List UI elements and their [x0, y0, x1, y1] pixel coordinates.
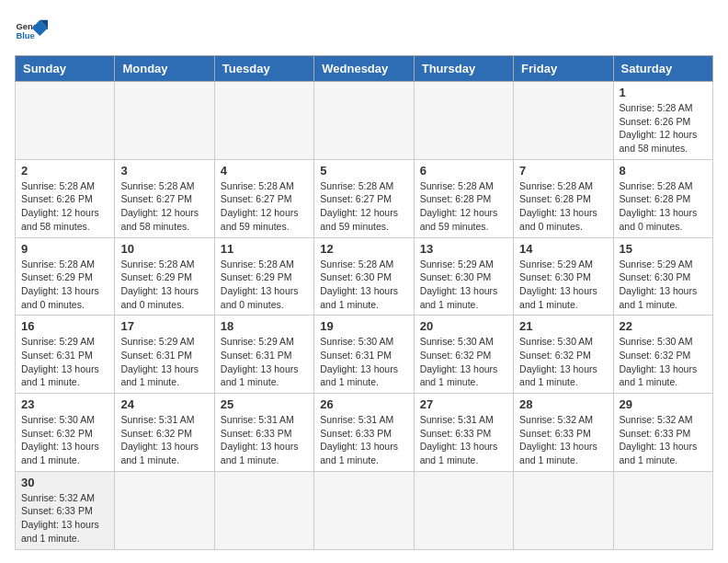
day-info: Sunrise: 5:30 AMSunset: 6:32 PMDaylight:…: [519, 335, 607, 389]
day-info: Sunrise: 5:30 AMSunset: 6:32 PMDaylight:…: [420, 335, 507, 389]
day-number: 1: [620, 86, 707, 99]
calendar-day-cell: [214, 82, 313, 160]
calendar-day-cell: [414, 82, 513, 160]
day-number: 14: [519, 242, 607, 256]
day-of-week-header: Tuesday: [214, 56, 313, 82]
day-number: 5: [320, 164, 407, 178]
day-info: Sunrise: 5:29 AMSunset: 6:31 PMDaylight:…: [21, 335, 108, 389]
day-info: Sunrise: 5:32 AMSunset: 6:33 PMDaylight:…: [519, 413, 607, 467]
calendar-day-cell: 16Sunrise: 5:29 AMSunset: 6:31 PMDayligh…: [16, 316, 115, 394]
calendar-day-cell: 30Sunrise: 5:32 AMSunset: 6:33 PMDayligh…: [16, 471, 115, 549]
calendar-day-cell: 27Sunrise: 5:31 AMSunset: 6:33 PMDayligh…: [414, 394, 513, 472]
day-info: Sunrise: 5:28 AMSunset: 6:26 PMDaylight:…: [620, 101, 707, 155]
day-number: 20: [420, 319, 507, 333]
calendar-header-row: SundayMondayTuesdayWednesdayThursdayFrid…: [16, 56, 713, 82]
day-number: 10: [120, 242, 208, 256]
day-number: 2: [21, 164, 108, 178]
calendar-day-cell: [514, 471, 613, 549]
day-number: 16: [21, 319, 108, 333]
calendar-day-cell: 17Sunrise: 5:29 AMSunset: 6:31 PMDayligh…: [115, 316, 214, 394]
calendar-day-cell: 13Sunrise: 5:29 AMSunset: 6:30 PMDayligh…: [414, 237, 513, 316]
calendar-day-cell: 25Sunrise: 5:31 AMSunset: 6:33 PMDayligh…: [214, 394, 313, 472]
day-number: 17: [120, 319, 208, 333]
day-info: Sunrise: 5:28 AMSunset: 6:26 PMDaylight:…: [21, 179, 108, 234]
day-of-week-header: Thursday: [414, 56, 513, 82]
calendar-day-cell: 15Sunrise: 5:29 AMSunset: 6:30 PMDayligh…: [613, 237, 712, 316]
day-number: 3: [120, 164, 208, 178]
calendar-day-cell: 19Sunrise: 5:30 AMSunset: 6:31 PMDayligh…: [314, 316, 414, 394]
calendar-week-row: 23Sunrise: 5:30 AMSunset: 6:32 PMDayligh…: [16, 394, 713, 472]
day-info: Sunrise: 5:28 AMSunset: 6:27 PMDaylight:…: [221, 179, 308, 234]
calendar-day-cell: 29Sunrise: 5:32 AMSunset: 6:33 PMDayligh…: [613, 394, 712, 472]
calendar-day-cell: 22Sunrise: 5:30 AMSunset: 6:32 PMDayligh…: [613, 316, 712, 394]
calendar-day-cell: 18Sunrise: 5:29 AMSunset: 6:31 PMDayligh…: [214, 316, 313, 394]
day-info: Sunrise: 5:28 AMSunset: 6:28 PMDaylight:…: [519, 179, 607, 234]
day-info: Sunrise: 5:28 AMSunset: 6:29 PMDaylight:…: [21, 258, 108, 312]
calendar-day-cell: [414, 471, 513, 549]
calendar-day-cell: [115, 471, 214, 549]
day-number: 27: [420, 397, 507, 411]
calendar-week-row: 16Sunrise: 5:29 AMSunset: 6:31 PMDayligh…: [16, 316, 713, 394]
day-number: 29: [620, 397, 707, 411]
calendar-day-cell: [115, 82, 214, 160]
calendar-day-cell: 8Sunrise: 5:28 AMSunset: 6:28 PMDaylight…: [613, 159, 712, 237]
logo: General Blue: [15, 15, 48, 48]
day-of-week-header: Friday: [514, 56, 613, 82]
calendar-day-cell: 26Sunrise: 5:31 AMSunset: 6:33 PMDayligh…: [314, 394, 414, 472]
day-number: 19: [320, 319, 407, 333]
day-info: Sunrise: 5:29 AMSunset: 6:30 PMDaylight:…: [519, 258, 607, 312]
day-info: Sunrise: 5:28 AMSunset: 6:29 PMDaylight:…: [120, 258, 208, 312]
day-info: Sunrise: 5:28 AMSunset: 6:28 PMDaylight:…: [420, 179, 507, 234]
calendar-day-cell: 7Sunrise: 5:28 AMSunset: 6:28 PMDaylight…: [514, 159, 613, 237]
day-number: 6: [420, 164, 507, 178]
day-info: Sunrise: 5:32 AMSunset: 6:33 PMDaylight:…: [620, 413, 707, 467]
day-number: 23: [21, 397, 108, 411]
day-of-week-header: Sunday: [16, 56, 115, 82]
calendar-day-cell: 6Sunrise: 5:28 AMSunset: 6:28 PMDaylight…: [414, 159, 513, 237]
calendar-day-cell: [514, 82, 613, 160]
calendar-day-cell: 14Sunrise: 5:29 AMSunset: 6:30 PMDayligh…: [514, 237, 613, 316]
day-number: 21: [519, 319, 607, 333]
day-number: 24: [120, 397, 208, 411]
day-info: Sunrise: 5:29 AMSunset: 6:30 PMDaylight:…: [420, 258, 507, 312]
calendar-table: SundayMondayTuesdayWednesdayThursdayFrid…: [15, 55, 713, 550]
day-number: 25: [221, 397, 308, 411]
calendar-day-cell: 23Sunrise: 5:30 AMSunset: 6:32 PMDayligh…: [16, 394, 115, 472]
day-info: Sunrise: 5:28 AMSunset: 6:30 PMDaylight:…: [320, 258, 407, 312]
day-number: 8: [620, 164, 707, 178]
day-number: 4: [221, 164, 308, 178]
calendar-day-cell: 10Sunrise: 5:28 AMSunset: 6:29 PMDayligh…: [115, 237, 214, 316]
calendar-day-cell: 4Sunrise: 5:28 AMSunset: 6:27 PMDaylight…: [214, 159, 313, 237]
day-number: 26: [320, 397, 407, 411]
calendar-day-cell: [16, 82, 115, 160]
calendar-day-cell: [613, 471, 712, 549]
calendar-week-row: 9Sunrise: 5:28 AMSunset: 6:29 PMDaylight…: [16, 237, 713, 316]
day-info: Sunrise: 5:31 AMSunset: 6:33 PMDaylight:…: [420, 413, 507, 467]
day-number: 18: [221, 319, 308, 333]
calendar-day-cell: [314, 471, 414, 549]
calendar-week-row: 2Sunrise: 5:28 AMSunset: 6:26 PMDaylight…: [16, 159, 713, 237]
svg-text:Blue: Blue: [16, 31, 34, 40]
day-number: 9: [21, 242, 108, 256]
day-info: Sunrise: 5:31 AMSunset: 6:32 PMDaylight:…: [120, 413, 208, 467]
day-info: Sunrise: 5:28 AMSunset: 6:29 PMDaylight:…: [221, 258, 308, 312]
calendar-day-cell: 28Sunrise: 5:32 AMSunset: 6:33 PMDayligh…: [514, 394, 613, 472]
day-number: 22: [620, 319, 707, 333]
calendar-day-cell: 2Sunrise: 5:28 AMSunset: 6:26 PMDaylight…: [16, 159, 115, 237]
day-number: 12: [320, 242, 407, 256]
day-of-week-header: Saturday: [613, 56, 712, 82]
day-number: 7: [519, 164, 607, 178]
day-info: Sunrise: 5:28 AMSunset: 6:27 PMDaylight:…: [320, 179, 407, 234]
calendar-day-cell: 21Sunrise: 5:30 AMSunset: 6:32 PMDayligh…: [514, 316, 613, 394]
day-number: 11: [221, 242, 308, 256]
day-info: Sunrise: 5:29 AMSunset: 6:30 PMDaylight:…: [620, 258, 707, 312]
calendar-day-cell: 11Sunrise: 5:28 AMSunset: 6:29 PMDayligh…: [214, 237, 313, 316]
calendar-day-cell: 1Sunrise: 5:28 AMSunset: 6:26 PMDaylight…: [613, 82, 712, 160]
day-number: 13: [420, 242, 507, 256]
calendar-day-cell: [214, 471, 313, 549]
day-of-week-header: Monday: [115, 56, 214, 82]
day-number: 15: [620, 242, 707, 256]
calendar-week-row: 30Sunrise: 5:32 AMSunset: 6:33 PMDayligh…: [16, 471, 713, 549]
day-info: Sunrise: 5:31 AMSunset: 6:33 PMDaylight:…: [221, 413, 308, 467]
day-info: Sunrise: 5:29 AMSunset: 6:31 PMDaylight:…: [221, 335, 308, 389]
